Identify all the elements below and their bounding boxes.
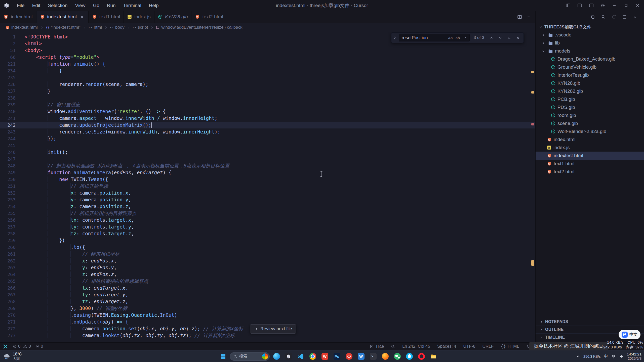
zoom-status-icon[interactable] xyxy=(391,344,395,349)
line-number[interactable]: 267 xyxy=(0,291,16,298)
menu-file[interactable]: File xyxy=(13,0,28,11)
code-line-221[interactable]: 221 function animate() { xyxy=(0,61,535,67)
line-number[interactable]: 259 xyxy=(0,237,16,244)
menu-help[interactable]: Help xyxy=(145,0,162,11)
code-line-257[interactable]: 257 ty: controls.target.y, xyxy=(0,223,535,230)
code-line-244[interactable]: 244 }); xyxy=(0,135,535,142)
line-number[interactable]: 273 xyxy=(0,332,16,339)
find-next-icon[interactable] xyxy=(497,34,503,41)
find-close-icon[interactable] xyxy=(514,34,521,41)
indentation-setting[interactable]: Spaces: 4 xyxy=(437,344,456,349)
code-line-264[interactable]: 264 z: endPos.z, xyxy=(0,271,535,278)
start-button[interactable] xyxy=(218,351,228,362)
file-tree-item-text1.html[interactable]: text1.html xyxy=(536,160,644,168)
code-line-250[interactable]: 250 new TWEEN.Tween({ xyxy=(0,176,535,183)
line-number[interactable]: 237 xyxy=(0,88,16,95)
volume-icon[interactable] xyxy=(619,354,624,359)
code-editor[interactable]: 1<!DOCTYPE html>2<html>51<body>66 <scrip… xyxy=(0,32,535,342)
code-line-260[interactable]: 260 .to({ xyxy=(0,244,535,251)
netease-music-icon[interactable] xyxy=(344,351,354,362)
translate-pill[interactable]: 译 中文 xyxy=(619,330,640,339)
line-number[interactable]: 239 xyxy=(0,101,16,108)
file-tree-item-room.glb[interactable]: room.glb xyxy=(536,111,644,119)
file-tree-item-KYN282.glb[interactable]: KYN282.glb xyxy=(536,87,644,95)
line-number[interactable]: 246 xyxy=(0,149,16,156)
terminal-icon[interactable]: >_ xyxy=(368,351,378,362)
line-number[interactable]: 272 xyxy=(0,325,16,332)
maximize-button[interactable] xyxy=(620,1,631,11)
code-line-270[interactable]: 270 .easing(TWEEN.Easing.Quadratic.InOut… xyxy=(0,312,535,319)
section-notepads[interactable]: NOTEPADS xyxy=(536,318,644,326)
new-file-icon[interactable] xyxy=(590,14,596,20)
file-tree-item-PDS.glb[interactable]: PDS.glb xyxy=(536,103,644,111)
file-tree-item-Dragon_Baked_Actions.glb[interactable]: Dragon_Baked_Actions.glb xyxy=(536,55,644,63)
line-number[interactable]: 250 xyxy=(0,176,16,183)
line-number[interactable]: 261 xyxy=(0,251,16,257)
problems-indicator[interactable]: 0 0 xyxy=(11,344,33,349)
whole-word-button[interactable]: ab xyxy=(454,34,461,41)
line-number[interactable]: 245 xyxy=(0,142,16,149)
menu-selection[interactable]: Selection xyxy=(44,0,71,11)
eol-setting[interactable]: CRLF xyxy=(482,344,494,349)
cursor-icon[interactable] xyxy=(283,351,294,362)
line-number[interactable]: 234 xyxy=(0,67,16,74)
tab-indextest.html[interactable]: indextest.html xyxy=(36,11,89,23)
tab-text2.html[interactable]: text2.html xyxy=(191,11,227,23)
regex-button[interactable]: .* xyxy=(462,34,468,41)
language-mode[interactable]: {} HTML xyxy=(501,344,519,349)
chevron-down-icon[interactable] xyxy=(632,14,638,20)
code-line-249[interactable]: 249 function animateCamera(endPos, endTa… xyxy=(0,169,535,176)
line-number[interactable]: 260 xyxy=(0,244,16,251)
file-tree-item-.vscode[interactable]: .vscode xyxy=(536,31,644,39)
close-tab-icon[interactable] xyxy=(79,14,85,20)
tab-KYN28.glb[interactable]: KYN28.glb xyxy=(154,11,192,23)
line-number[interactable]: 263 xyxy=(0,264,16,271)
match-case-button[interactable]: Aa xyxy=(447,34,454,41)
file-tree-item-index.html[interactable]: index.html xyxy=(536,135,644,144)
line-number[interactable]: 253 xyxy=(0,196,16,203)
line-number[interactable]: 256 xyxy=(0,217,16,223)
file-tree-item-GroundVehicle.glb[interactable]: GroundVehicle.glb xyxy=(536,63,644,71)
code-line-51[interactable]: 51<body> xyxy=(0,47,535,54)
code-line-255[interactable]: 255 // 相机开始指向的目标观察点 xyxy=(0,210,535,217)
line-number[interactable]: 243 xyxy=(0,128,16,135)
chrome-icon[interactable] xyxy=(307,351,318,362)
code-line-237[interactable]: 237 } xyxy=(0,88,535,95)
code-line-247[interactable]: 247 xyxy=(0,156,535,162)
tab-text1.html[interactable]: text1.html xyxy=(89,11,124,23)
tab-index.html[interactable]: index.html xyxy=(0,11,36,23)
code-line-269[interactable]: 269 }, 3000) // 调整y坐标 xyxy=(0,305,535,312)
code-line-241[interactable]: 241 camera.aspect = window.innerWidth / … xyxy=(0,115,535,122)
file-tree-item-models[interactable]: models xyxy=(536,47,644,55)
find-in-selection-icon[interactable] xyxy=(506,34,512,41)
line-number[interactable]: 236 xyxy=(0,81,16,88)
line-number[interactable]: 51 xyxy=(0,47,16,54)
ports-indicator[interactable]: 0 xyxy=(33,344,45,349)
code-line-248[interactable]: 248 // 封装相机动画函数 从A点到B点 ， A点表示相机当前位置，B点表示… xyxy=(0,162,535,169)
breadcrumb-item[interactable]: <>script xyxy=(132,25,148,30)
file-tree-item-indextest.html[interactable]: indextest.html xyxy=(536,152,644,160)
line-number[interactable]: 271 xyxy=(0,319,16,325)
file-tree-item-text2.html[interactable]: text2.html xyxy=(536,168,644,176)
close-window-button[interactable] xyxy=(632,1,643,11)
line-number[interactable]: 240 xyxy=(0,108,16,115)
minimize-button[interactable] xyxy=(609,1,620,11)
line-number[interactable]: 254 xyxy=(0,203,16,210)
line-number[interactable]: 262 xyxy=(0,257,16,264)
menu-edit[interactable]: Edit xyxy=(28,0,44,11)
code-line-263[interactable]: 263 y: endPos.y, xyxy=(0,264,535,271)
code-line-266[interactable]: 266 tx: endTarget.x, xyxy=(0,285,535,291)
breadcrumb-item[interactable]: <>html xyxy=(88,25,102,30)
more-actions-icon[interactable] xyxy=(526,15,531,19)
refresh-icon[interactable] xyxy=(611,14,617,20)
code-line-234[interactable]: 234 } xyxy=(0,67,535,74)
file-explorer-icon[interactable] xyxy=(428,351,439,362)
wechat-icon[interactable] xyxy=(392,351,403,362)
line-number[interactable]: 258 xyxy=(0,230,16,237)
split-editor-icon[interactable] xyxy=(517,15,522,19)
code-line-239[interactable]: 239 // 窗口自适应 xyxy=(0,101,535,108)
breadcrumb-item[interactable]: {}"indextest.html" xyxy=(46,25,80,30)
qq-icon[interactable] xyxy=(404,351,415,362)
code-line-254[interactable]: 254 z: camera.position.z, xyxy=(0,203,535,210)
workspace-section-header[interactable]: THREEJS加载GLB文件 xyxy=(536,23,644,31)
